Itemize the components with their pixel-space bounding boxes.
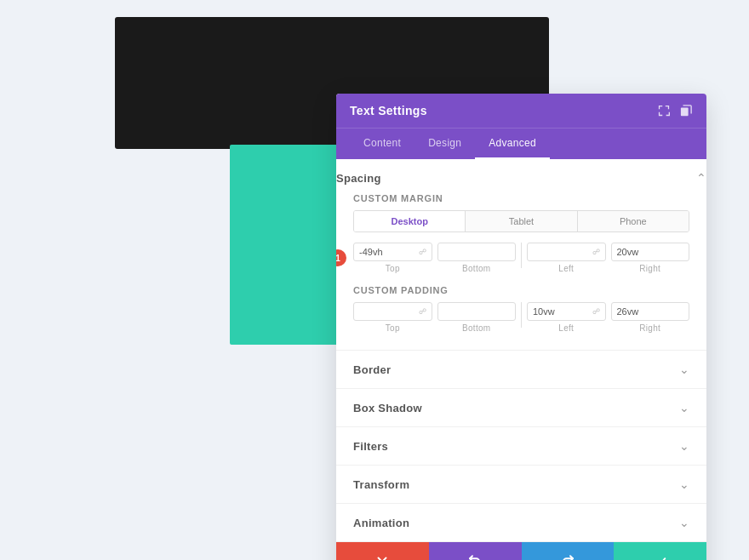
padding-bottom-label: Bottom [437, 323, 517, 333]
expand-icon[interactable] [657, 104, 671, 117]
margin-right-input[interactable] [617, 247, 684, 257]
device-tab-tablet[interactable]: Tablet [466, 211, 577, 231]
padding-top-link-icon[interactable]: ☍ [419, 307, 426, 316]
padding-top-input[interactable] [359, 306, 415, 317]
transform-chevron: ⌄ [679, 477, 689, 491]
margin-bottom-input-wrapper[interactable] [437, 243, 517, 261]
padding-left-input-wrapper[interactable]: ☍ [527, 302, 606, 321]
transform-title: Transform [353, 478, 409, 491]
panel-header: Text Settings [336, 94, 706, 128]
margin-top-link-icon[interactable]: ☍ [419, 248, 426, 256]
save-button[interactable] [614, 542, 706, 560]
svg-rect-0 [681, 108, 689, 117]
margin-top-group: ☍ Top [353, 243, 432, 273]
x-icon [374, 554, 390, 560]
margin-top-input[interactable] [359, 247, 415, 257]
padding-right-input-wrapper[interactable] [611, 302, 690, 321]
margin-bottom-label: Bottom [437, 264, 517, 273]
margin-left-group: ☍ Left [527, 243, 606, 273]
padding-left-label: Left [527, 323, 606, 333]
bottom-toolbar [336, 542, 706, 560]
padding-left-input[interactable] [533, 306, 589, 317]
spacing-title: Spacing [336, 172, 381, 185]
padding-bottom-input-wrapper[interactable] [437, 302, 517, 321]
redo-icon [560, 554, 575, 560]
box-shadow-section: Box Shadow ⌄ [336, 389, 706, 427]
margin-label: Custom Margin [353, 193, 689, 203]
padding-bottom-input[interactable] [443, 306, 511, 317]
margin-top-input-wrapper[interactable]: ☍ [353, 243, 432, 261]
margin-top-label: Top [353, 264, 432, 273]
box-shadow-chevron: ⌄ [679, 401, 689, 414]
animation-section-header[interactable]: Animation ⌄ [336, 504, 706, 541]
padding-inputs-row: ☍ Top Bottom [353, 302, 689, 333]
padding-right-input[interactable] [617, 306, 684, 317]
undo-button[interactable] [429, 542, 522, 560]
spacing-section: Spacing ⌃ Custom Margin Desktop Tablet P… [336, 159, 706, 351]
tab-design[interactable]: Design [415, 129, 475, 159]
spacing-chevron: ⌃ [696, 171, 706, 185]
panel-title: Text Settings [350, 104, 427, 117]
filters-title: Filters [353, 440, 388, 453]
margin-left-link-icon[interactable]: ☍ [592, 248, 600, 256]
box-shadow-section-header[interactable]: Box Shadow ⌄ [336, 389, 706, 426]
padding-top-input-wrapper[interactable]: ☍ [353, 302, 432, 321]
panel-body: Spacing ⌃ Custom Margin Desktop Tablet P… [336, 159, 706, 542]
redo-button[interactable] [522, 542, 615, 560]
spacing-content: Custom Margin Desktop Tablet Phone 1 ☍ [336, 193, 706, 350]
step-badge: 1 [336, 249, 346, 266]
margin-left-input-wrapper[interactable]: ☍ [527, 243, 606, 261]
device-tab-phone[interactable]: Phone [578, 211, 689, 231]
undo-icon [467, 554, 483, 560]
copy-icon[interactable] [679, 104, 693, 117]
check-icon [653, 554, 668, 560]
margin-left-input[interactable] [533, 247, 589, 257]
padding-right-group: Right [611, 302, 690, 333]
margin-right-group: Right [611, 243, 690, 273]
margin-bottom-input[interactable] [443, 247, 511, 257]
tabs-container: Content Design Advanced [336, 128, 706, 159]
filters-chevron: ⌄ [679, 439, 689, 453]
spacing-section-header[interactable]: Spacing ⌃ [336, 159, 706, 193]
padding-bottom-group: Bottom [437, 302, 517, 333]
animation-chevron: ⌄ [679, 516, 689, 529]
padding-left-link-icon[interactable]: ☍ [592, 307, 600, 316]
animation-title: Animation [353, 517, 409, 529]
device-tab-desktop[interactable]: Desktop [354, 211, 466, 231]
filters-section: Filters ⌄ [336, 427, 706, 466]
margin-right-label: Right [611, 264, 690, 273]
padding-label: Custom Padding [353, 285, 689, 295]
margin-bottom-group: Bottom [437, 243, 517, 273]
transform-section: Transform ⌄ [336, 466, 706, 504]
margin-divider [521, 243, 522, 268]
cancel-button[interactable] [336, 542, 429, 560]
padding-divider [521, 302, 522, 328]
border-chevron: ⌄ [679, 363, 689, 376]
margin-right-input-wrapper[interactable] [611, 243, 690, 261]
animation-section: Animation ⌄ [336, 504, 706, 542]
tab-content[interactable]: Content [350, 129, 415, 159]
device-tabs: Desktop Tablet Phone [353, 210, 689, 232]
padding-left-group: ☍ Left [527, 302, 606, 333]
border-section: Border ⌄ [336, 351, 706, 389]
tab-advanced[interactable]: Advanced [475, 129, 550, 159]
padding-top-label: Top [353, 323, 432, 333]
header-icons [657, 104, 693, 117]
transform-section-header[interactable]: Transform ⌄ [336, 466, 706, 503]
padding-right-label: Right [611, 323, 690, 333]
box-shadow-title: Box Shadow [353, 402, 422, 414]
margin-left-label: Left [527, 264, 606, 273]
border-title: Border [353, 363, 391, 376]
padding-top-group: ☍ Top [353, 302, 432, 333]
border-section-header[interactable]: Border ⌄ [336, 351, 706, 388]
filters-section-header[interactable]: Filters ⌄ [336, 427, 706, 465]
settings-panel: Text Settings Content Design Advanced [336, 94, 706, 560]
margin-inputs-row: 1 ☍ Top Bottom [353, 243, 689, 273]
